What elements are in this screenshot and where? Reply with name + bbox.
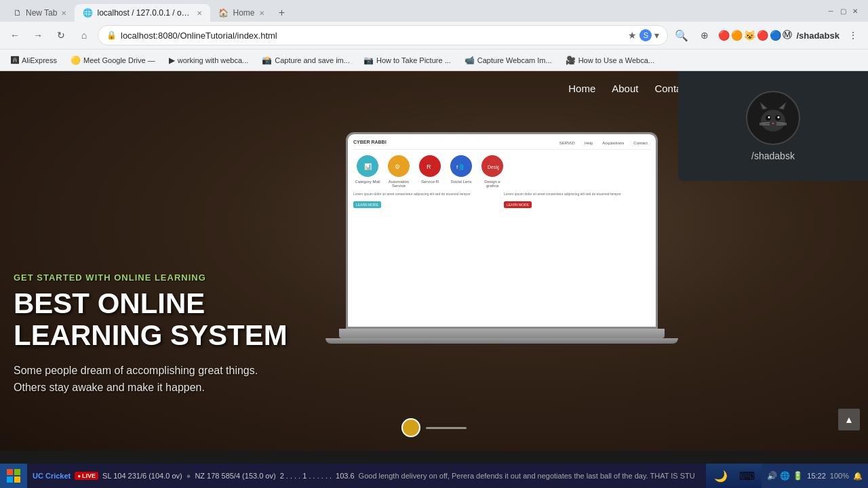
bookmark-webcam[interactable]: ▶ working with webca... bbox=[163, 54, 254, 66]
laptop-nav-items: SERVIZI Help Acquisitions Contact bbox=[389, 140, 650, 146]
taskbar-time: 15:22 bbox=[807, 472, 826, 480]
tab3-close[interactable]: ✕ bbox=[259, 9, 264, 17]
close-button[interactable]: ✕ bbox=[850, 6, 860, 16]
commentary: Good length delivery on off, Perera defe… bbox=[359, 472, 695, 480]
tab2-close[interactable]: ✕ bbox=[197, 9, 202, 17]
ls-service3-label: Service R bbox=[421, 180, 439, 184]
bookmark-gdrive[interactable]: 🟡 Meet Google Drive — bbox=[65, 54, 161, 66]
address-input-wrap[interactable]: 🔒 localhost:8080/OnlineTutorial/index.ht… bbox=[98, 25, 668, 45]
menu-icon[interactable]: ⋮ bbox=[844, 26, 863, 45]
tab1-close[interactable]: ✕ bbox=[61, 9, 66, 17]
slider-dot-2[interactable] bbox=[426, 427, 467, 429]
ls-service2-icon: ⚙ bbox=[388, 155, 410, 177]
ls-service5-icon: Design bbox=[481, 155, 503, 177]
window-controls: ─ ▢ ✕ bbox=[826, 6, 860, 16]
svg-rect-28 bbox=[14, 476, 20, 483]
toolbar-right: 🔍 ⊕ 🔴 🟠 😺 🔴 🔵 Ⓜ /shadabsk ⋮ bbox=[672, 26, 863, 45]
github-username-header: /shadabsk bbox=[796, 30, 840, 41]
home-button[interactable]: ⌂ bbox=[75, 26, 94, 45]
ls-service5-label: Design e grafica bbox=[478, 180, 507, 188]
slider-dots bbox=[401, 418, 467, 437]
taskbar-moon-icon[interactable]: 🌙 bbox=[709, 464, 733, 488]
battery-icon[interactable]: 🔋 bbox=[793, 471, 803, 481]
svg-point-19 bbox=[778, 117, 780, 119]
tab1-title: New Tab bbox=[26, 8, 57, 18]
bookmark-webcam2[interactable]: 📹 Capture Webcam Im... bbox=[459, 54, 557, 66]
website-container: Home About Contact Login ⏎ Signup 👤 CYBE… bbox=[0, 71, 868, 451]
scroll-top-button[interactable]: ▲ bbox=[838, 409, 860, 430]
ls-service3: R Service R bbox=[416, 154, 444, 188]
gdrive-icon: 🟡 bbox=[71, 56, 81, 65]
sl-score: SL 104 231/6 (104.0 ov) bbox=[102, 472, 182, 480]
back-button[interactable]: ← bbox=[5, 26, 24, 45]
new-tab-button[interactable]: + bbox=[273, 4, 292, 22]
scroll-top-icon: ▲ bbox=[844, 414, 854, 425]
reload-icon: ↻ bbox=[57, 30, 65, 41]
nav-about[interactable]: About bbox=[612, 83, 638, 94]
start-button[interactable] bbox=[0, 464, 27, 488]
ext3-icon[interactable]: 😺 bbox=[744, 30, 755, 41]
address-icons: ★ S ▾ bbox=[628, 29, 659, 41]
minimize-button[interactable]: ─ bbox=[826, 6, 835, 16]
bookmark-capture-label: Capture and save im... bbox=[275, 56, 350, 64]
github-avatar bbox=[746, 91, 800, 145]
tab-localhost[interactable]: 🌐 localhost / 127.0.0.1 / onlinet... ✕ bbox=[75, 4, 210, 22]
ext5-icon[interactable]: 🔵 bbox=[770, 30, 781, 41]
keyboard-icon: ⌨ bbox=[739, 470, 755, 483]
laptop-services: 📊 Category Mail ⚙ Automation Service bbox=[353, 154, 650, 188]
ext4-icon[interactable]: 🔴 bbox=[757, 30, 768, 41]
back-icon: ← bbox=[10, 30, 20, 41]
bookmark-capture[interactable]: 📸 Capture and save im... bbox=[256, 54, 355, 66]
nav-home[interactable]: Home bbox=[568, 83, 595, 94]
ls-nav1: SERVIZI bbox=[557, 140, 578, 146]
laptop: CYBER RABBI SERVIZI Help Acquisitions Co… bbox=[326, 132, 678, 363]
maximize-button[interactable]: ▢ bbox=[838, 6, 848, 16]
ext2-icon[interactable]: 🟠 bbox=[731, 30, 743, 41]
volume-icon[interactable]: 🔊 bbox=[767, 471, 777, 481]
ext1-icon[interactable]: 🔴 bbox=[718, 30, 730, 41]
address-bar: ← → ↻ ⌂ 🔒 localhost:8080/OnlineTutorial/… bbox=[0, 22, 868, 49]
live-badge: ● LIVE bbox=[75, 472, 98, 480]
slider-dot-1[interactable] bbox=[401, 418, 420, 437]
ext6-icon[interactable]: Ⓜ bbox=[783, 29, 792, 41]
tab-home[interactable]: 🏠 Home ✕ bbox=[210, 4, 272, 22]
bookmark-aliexpress[interactable]: 🅰 AliExpress bbox=[5, 54, 62, 66]
ls-service3-icon: R bbox=[419, 155, 441, 177]
use-webcam-icon: 🎥 bbox=[566, 56, 576, 65]
profile-circle-icon[interactable]: S bbox=[639, 29, 652, 41]
taskbar: UC Cricket ● LIVE SL 104 231/6 (104.0 ov… bbox=[0, 464, 868, 488]
laptop-screen: CYBER RABBI SERVIZI Help Acquisitions Co… bbox=[348, 134, 656, 327]
bookmark-use-webcam[interactable]: 🎥 How to Use a Webca... bbox=[560, 54, 660, 66]
star-icon[interactable]: ★ bbox=[628, 30, 637, 41]
ls-service5: Design Design e grafica bbox=[478, 154, 507, 188]
cricket-logo: UC Cricket bbox=[33, 472, 71, 480]
tab-new-tab[interactable]: 🗋 New Tab ✕ bbox=[5, 4, 75, 22]
bookmark-aliexpress-label: AliExpress bbox=[22, 56, 57, 64]
sys-icons: 🔊 🌐 🔋 bbox=[767, 471, 803, 481]
dropdown-icon[interactable]: ▾ bbox=[654, 30, 659, 41]
taskbar-keyboard-icon[interactable]: ⌨ bbox=[734, 464, 759, 488]
forward-button[interactable]: → bbox=[28, 26, 47, 45]
windows-logo-icon bbox=[6, 468, 21, 483]
aliexpress-icon: 🅰 bbox=[11, 56, 19, 65]
tab2-title: localhost / 127.0.0.1 / onlinet... bbox=[97, 8, 193, 18]
bookmark-picture[interactable]: 📷 How to Take Picture ... bbox=[358, 54, 456, 66]
laptop-logo: CYBER RABBI bbox=[353, 140, 387, 146]
taskbar-system-tray: 🔊 🌐 🔋 15:22 100% 🔔 bbox=[762, 464, 868, 488]
live-dot-icon: ● bbox=[77, 473, 81, 479]
network-icon[interactable]: 🌐 bbox=[780, 471, 790, 481]
home-icon: ⌂ bbox=[81, 30, 87, 41]
laptop-desc2: Lorem ipsum dolor sit amet consectetur a… bbox=[504, 192, 650, 209]
bookmark-picture-label: How to Take Picture ... bbox=[376, 56, 451, 64]
reload-button[interactable]: ↻ bbox=[52, 26, 71, 45]
extensions-icon[interactable]: 🔍 bbox=[672, 26, 691, 45]
hero-subtitle-line1: Some people dream of accomplishing great… bbox=[14, 365, 258, 376]
nz-score: NZ 178 585/4 (153.0 ov) bbox=[195, 472, 275, 480]
svg-text:R: R bbox=[427, 163, 431, 170]
hero-title-line1: BEST ONLINE bbox=[14, 287, 205, 319]
tab2-favicon: 🌐 bbox=[83, 8, 93, 18]
lock-icon: 🔒 bbox=[106, 30, 117, 40]
notification-icon[interactable]: 🔔 bbox=[853, 472, 863, 481]
cast-icon[interactable]: ⊕ bbox=[695, 26, 714, 45]
ls-service2: ⚙ Automation Service bbox=[384, 154, 413, 188]
